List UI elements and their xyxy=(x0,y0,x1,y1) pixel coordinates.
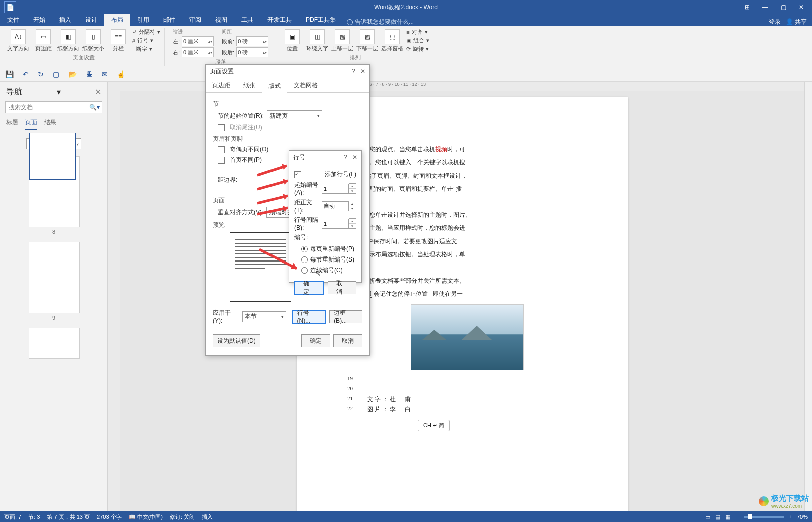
columns-button[interactable]: ≡≡分栏 xyxy=(107,29,129,52)
touch-icon[interactable]: ☝ xyxy=(117,70,125,78)
nav-tab-results[interactable]: 结果 xyxy=(44,118,56,130)
status-page-of[interactable]: 第 7 页，共 13 页 xyxy=(47,513,90,521)
zoom-out-icon[interactable]: − xyxy=(735,514,738,520)
redo-icon[interactable]: ↻ xyxy=(38,70,44,78)
group-item[interactable]: ▣ 组合 ▾ xyxy=(406,37,429,44)
interval-spinner[interactable]: ▴▾ xyxy=(322,218,356,229)
nav-search-input[interactable] xyxy=(8,103,89,111)
distance-spinner[interactable]: ▴▾ xyxy=(322,201,356,211)
tab-pdf[interactable]: PDF工具集 xyxy=(299,14,343,26)
indent-left-input[interactable]: 0 厘米▴▾ xyxy=(182,36,214,46)
ln-cancel-button[interactable]: 取消 xyxy=(328,281,356,294)
orientation-button[interactable]: ◧纸张方向 xyxy=(57,29,79,52)
dialog-close-icon[interactable]: ✕ xyxy=(360,68,365,75)
line-numbers-button[interactable]: 行号(N)... xyxy=(292,310,327,324)
distance-value[interactable] xyxy=(322,201,349,211)
status-track[interactable]: 修订: 关闭 xyxy=(170,513,195,521)
zoom-knob[interactable] xyxy=(748,514,752,519)
wrap-text-button[interactable]: ◫环绕文字 xyxy=(306,29,328,52)
ln-help-icon[interactable]: ? xyxy=(344,154,347,161)
open-icon[interactable]: 📂 xyxy=(68,70,77,78)
margins-button[interactable]: ▭页边距 xyxy=(32,29,54,52)
tab-layout[interactable]: 布局 xyxy=(104,14,130,26)
tab-view[interactable]: 视图 xyxy=(208,14,234,26)
position-button[interactable]: ▣位置 xyxy=(281,29,303,52)
tab-developer[interactable]: 开发工具 xyxy=(260,14,299,26)
breaks-item[interactable]: ⤶ 分隔符 ▾ xyxy=(132,28,160,36)
text-direction-button[interactable]: A↕文字方向 xyxy=(7,29,29,52)
align-item[interactable]: ≡ 对齐 ▾ xyxy=(406,28,429,36)
start-number-value[interactable] xyxy=(322,184,349,194)
ps-ok-button[interactable]: 确定 xyxy=(301,334,330,347)
tab-insert[interactable]: 插入 xyxy=(52,14,78,26)
save-icon[interactable]: 💾 xyxy=(5,70,14,78)
tab-mailings[interactable]: 邮件 xyxy=(156,14,182,26)
section-start-select[interactable]: 新建页▾ xyxy=(267,110,322,121)
restart-each-section-radio[interactable]: 每节重新编号(S) xyxy=(294,254,356,265)
dialog-help-icon[interactable]: ? xyxy=(352,68,355,75)
nav-tab-headings[interactable]: 标题 xyxy=(6,118,18,130)
selection-pane-button[interactable]: ⬚选择窗格 xyxy=(381,29,403,52)
zoom-slider[interactable] xyxy=(744,516,784,518)
nav-dropdown-icon[interactable]: ▾ xyxy=(57,87,61,97)
zoom-in-icon[interactable]: + xyxy=(789,514,792,520)
share-button[interactable]: 👤 共享 xyxy=(786,18,807,26)
print-preview-icon[interactable]: 🖶 xyxy=(86,70,93,78)
ps-tab-paper[interactable]: 纸张 xyxy=(237,78,262,92)
borders-button[interactable]: 边框(B)... xyxy=(329,310,362,323)
ribbon-options-icon[interactable]: ⊞ xyxy=(739,1,756,13)
view-read-icon[interactable]: ▭ xyxy=(705,514,710,520)
status-lang[interactable]: 📖 中文(中国) xyxy=(129,513,163,521)
thumbnail-9[interactable]: 9 xyxy=(29,242,79,321)
status-page[interactable]: 页面: 7 xyxy=(4,513,21,521)
thumbnail-7[interactable]: 7 xyxy=(26,138,81,149)
tab-home[interactable]: 开始 xyxy=(26,14,52,26)
rotate-item[interactable]: ⟳ 旋转 ▾ xyxy=(406,45,429,53)
sign-in[interactable]: 登录 xyxy=(769,18,781,26)
thumbnail-10[interactable] xyxy=(29,328,79,359)
interval-value[interactable] xyxy=(322,219,349,229)
tell-me[interactable]: 告诉我您想要做什么... xyxy=(347,18,414,26)
vertical-scrollbar[interactable] xyxy=(804,82,812,511)
undo-icon[interactable]: ↶ xyxy=(23,70,29,78)
set-default-button[interactable]: 设为默认值(D) xyxy=(213,334,260,347)
add-line-number-checkbox[interactable] xyxy=(294,171,301,178)
hyphenation-item[interactable]: - 断字 ▾ xyxy=(132,45,160,53)
ps-tab-margins[interactable]: 页边距 xyxy=(206,78,237,92)
nav-search[interactable]: 🔍▾ xyxy=(5,101,102,113)
firstpage-checkbox[interactable] xyxy=(218,157,225,164)
ps-cancel-button[interactable]: 取消 xyxy=(333,334,362,347)
nav-tab-pages[interactable]: 页面 xyxy=(25,118,37,130)
ln-close-icon[interactable]: ✕ xyxy=(352,154,357,161)
view-print-icon[interactable]: ▤ xyxy=(715,514,720,520)
continuous-radio[interactable]: 连续编号(C) xyxy=(294,265,356,276)
tab-file[interactable]: 文件 xyxy=(0,14,26,26)
new-icon[interactable]: ▢ xyxy=(53,70,59,78)
indent-right-input[interactable]: 0 厘米▴▾ xyxy=(182,47,214,57)
tab-review[interactable]: 审阅 xyxy=(182,14,208,26)
spacing-before-input[interactable]: 0 磅▴▾ xyxy=(236,36,268,46)
ln-ok-button[interactable]: 确定 xyxy=(294,281,324,295)
spacing-after-input[interactable]: 0 磅▴▾ xyxy=(236,47,268,57)
maximize-icon[interactable]: ▢ xyxy=(775,1,792,13)
tab-tools[interactable]: 工具 xyxy=(234,14,260,26)
line-numbers-item[interactable]: # 行号 ▾ xyxy=(132,37,160,44)
tab-design[interactable]: 设计 xyxy=(78,14,104,26)
apply-to-select[interactable]: 本节▾ xyxy=(242,311,286,322)
ps-tab-layout[interactable]: 版式 xyxy=(262,79,287,93)
nav-close-icon[interactable]: ✕ xyxy=(95,87,101,97)
tab-references[interactable]: 引用 xyxy=(130,14,156,26)
restart-each-page-radio[interactable]: 每页重新编号(P) xyxy=(294,244,356,254)
search-icon[interactable]: 🔍▾ xyxy=(89,104,100,111)
bring-forward-button[interactable]: ▧上移一层 xyxy=(331,29,353,52)
size-button[interactable]: ▯纸张大小 xyxy=(82,29,104,52)
view-web-icon[interactable]: ▦ xyxy=(725,514,730,520)
video-link[interactable]: 视频 xyxy=(435,146,447,153)
close-icon[interactable]: ✕ xyxy=(793,1,810,13)
ps-tab-grid[interactable]: 文档网格 xyxy=(287,78,324,92)
oddeven-checkbox[interactable] xyxy=(218,146,225,153)
status-insert[interactable]: 插入 xyxy=(202,513,213,521)
start-number-spinner[interactable]: ▴▾ xyxy=(322,183,356,194)
status-words[interactable]: 2703 个字 xyxy=(97,513,122,521)
minimize-icon[interactable]: — xyxy=(757,1,774,13)
